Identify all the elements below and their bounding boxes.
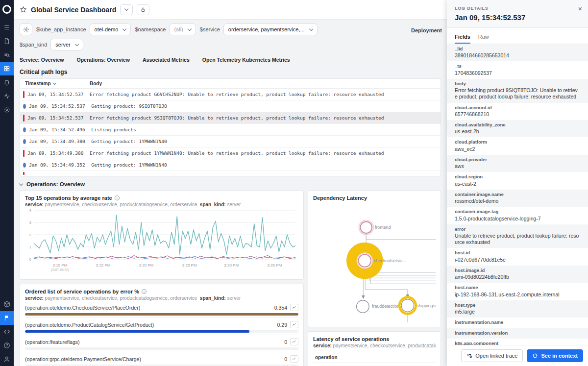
latency-operations-panel: Latency of service operations service: p…	[308, 331, 441, 366]
chevron-down-icon	[124, 7, 128, 11]
operations-overview-section-header[interactable]: Operations: Overview	[14, 176, 447, 190]
open-linked-trace-button[interactable]: Open linked trace	[461, 349, 523, 362]
field-key: instrumentation.version	[455, 330, 580, 336]
field-value: us-east-2	[455, 181, 580, 187]
field-value: ami-09d80224b8fe20ffb	[455, 274, 580, 280]
document-icon[interactable]	[0, 34, 14, 48]
open-chart-icon[interactable]	[290, 304, 298, 311]
error-list-row[interactable]: (operation:oteldemo.ProductCatalogServic…	[25, 318, 298, 335]
info-icon[interactable]	[142, 289, 147, 294]
menu-icon[interactable]	[0, 21, 14, 34]
log-details-fields: _lid3890184660285653014_ts1704836092537b…	[447, 44, 588, 366]
lock-icon[interactable]	[137, 4, 149, 15]
svg-text:frontend: frontend	[375, 225, 391, 230]
filter-variable-select[interactable]: server	[50, 39, 83, 50]
left-column: Top 15 operations by average rate servic…	[20, 190, 304, 366]
error-level-bar	[23, 172, 24, 175]
svg-text:3:35 PM: 3:35 PM	[267, 263, 282, 268]
filter-variable-select[interactable]: (all)	[169, 24, 196, 35]
error-list-title: Ordered list of service operations by er…	[25, 289, 298, 294]
svg-text:3:10 PM: 3:10 PM	[53, 263, 68, 268]
open-chart-icon[interactable]	[290, 355, 298, 363]
filter-variable-select[interactable]: otel-demo	[90, 24, 131, 35]
grid-icon[interactable]	[0, 62, 14, 75]
critical-path-logs-panel: Timestamp Body Jan 09, 15:34:52.537Error…	[20, 78, 441, 176]
search-list-icon[interactable]	[0, 48, 14, 62]
log-row[interactable]: Jan 09, 15:34:49.380Error fetching produ…	[20, 147, 441, 159]
latency-operation-row[interactable]: oteldemo.CheckoutService/PlaceOrder	[313, 363, 436, 366]
field-item: host.image.idami-09d80224b8fe20ffb	[447, 266, 588, 283]
filter-variable: $span_kindserver	[20, 39, 83, 50]
log-body: Error fetching product 1YMWWN1N40: Unabl…	[90, 150, 384, 156]
field-value: 657746868210	[455, 111, 580, 118]
flag-icon[interactable]	[0, 311, 14, 325]
dependency-latency-panel: Dependency Latency frontendcheckoutservi…	[308, 190, 441, 327]
log-body: Getting product: 1YMWWN1N40	[91, 139, 167, 144]
timestamp-column-header[interactable]: Timestamp	[25, 81, 90, 86]
bell-icon[interactable]	[0, 75, 14, 89]
body-column-header[interactable]: Body	[90, 81, 102, 86]
log-timestamp: Jan 09, 15:34:52.537	[27, 115, 90, 121]
nav-link[interactable]: Associated Metrics	[143, 57, 190, 63]
person-icon[interactable]	[0, 352, 14, 366]
filter-bar: $kube_app_instanceotel-demo$namespace(al…	[14, 20, 447, 55]
log-timestamp: Jan 09, 15:34:49.380	[29, 139, 91, 144]
nav-link[interactable]: Service: Overview	[20, 57, 64, 63]
log-row[interactable]: Jan 09, 15:34:49.380Getting product: 1YM…	[20, 136, 441, 147]
nav-link[interactable]: Open Telemetry Kubernetes Metrics	[202, 57, 290, 63]
gear-icon[interactable]	[0, 103, 14, 117]
tab-fields[interactable]: Fields	[455, 34, 470, 44]
info-icon[interactable]	[115, 195, 120, 200]
field-value: i-027c0d6770dc81e5e	[455, 257, 580, 263]
filter-gear-icon[interactable]	[20, 24, 32, 35]
star-icon[interactable]	[20, 6, 27, 13]
filter-variable: $kube_app_instanceotel-demo	[36, 24, 131, 35]
error-list-row[interactable]: (operation:grpc.oteldemo.PaymentService/…	[25, 352, 298, 366]
filter-variable-label: $service	[200, 26, 220, 32]
operation-column-header[interactable]: operation	[313, 352, 436, 363]
nav-link[interactable]: Operations: Overview	[76, 57, 130, 63]
field-value: ip-192-168-86-131.us-east-2.compute.inte…	[455, 292, 580, 298]
field-item: cloud.provideraws	[447, 155, 588, 172]
collapse-chevron-icon	[19, 181, 23, 185]
chevron-down-icon	[122, 26, 126, 30]
dependency-node-graph[interactable]: frontendcheckoutservic...frauddetection.…	[313, 201, 436, 322]
nav-links: Service: OverviewOperations: OverviewAss…	[14, 55, 447, 64]
filter-variable: $serviceorderservice, paymentservice,...	[200, 24, 318, 35]
filter-variable-value: server	[55, 42, 71, 48]
see-in-context-button[interactable]: See in context	[527, 349, 583, 362]
open-chart-icon[interactable]	[290, 321, 298, 328]
operations-overview-label: Operations: Overview	[26, 181, 85, 187]
rate-line-chart[interactable]: 012343:10 PM(GMT-06:00)3:15 PM3:20 PM3:2…	[25, 207, 298, 275]
bar-fill	[25, 330, 249, 333]
close-icon[interactable]: ×	[578, 5, 582, 13]
dashboard-dropdown-button[interactable]	[120, 4, 133, 15]
help-icon[interactable]	[0, 339, 14, 352]
code-icon[interactable]	[0, 325, 14, 339]
error-list-row[interactable]: (operation:oteldemo.CheckoutService/Plac…	[25, 301, 298, 318]
open-chart-icon[interactable]	[290, 338, 298, 345]
field-value: Unable to retrieve product, product look…	[455, 233, 580, 245]
log-row[interactable]: Jan 09, 15:34:52.537Getting product: 9SI…	[20, 100, 441, 112]
error-level-bar	[23, 115, 24, 122]
log-row[interactable]: Jan 09, 15:34:52.496Listing products	[20, 124, 441, 136]
tab-raw[interactable]: Raw	[478, 34, 489, 44]
right-column: Dependency Latency frontendcheckoutservi…	[308, 190, 441, 366]
field-value: us-east-2b	[455, 128, 580, 135]
deployment-label[interactable]: Deployment	[411, 27, 442, 33]
field-value: 1.5.0-productcatalogservice-logging-7	[455, 216, 580, 222]
log-row[interactable]	[20, 171, 441, 176]
observe-logo-icon[interactable]	[2, 5, 11, 14]
log-details-header: LOG DETAILS Jan 09, 15:34:52.537 ×	[447, 0, 588, 28]
field-item: host.typem5.large	[447, 300, 588, 317]
log-details-footer: Open linked trace See in context	[447, 345, 588, 366]
error-list-row[interactable]: (operation:/featureflags)0	[25, 335, 298, 352]
log-row[interactable]: Jan 09, 15:34:52.537Error fetching produ…	[20, 89, 441, 100]
log-row[interactable]: Jan 09, 15:34:52.537Error fetching produ…	[20, 112, 441, 124]
filter-variable-select[interactable]: orderservice, paymentservice,...	[223, 24, 318, 35]
svg-text:1: 1	[29, 245, 32, 249]
package-icon[interactable]	[0, 297, 14, 311]
latency-operations-subtitle: service: paymentservice, checkoutservice…	[313, 343, 436, 348]
activity-icon[interactable]	[0, 89, 14, 103]
log-row[interactable]: Jan 09, 15:34:49.352Getting product: 1YM…	[20, 159, 441, 171]
